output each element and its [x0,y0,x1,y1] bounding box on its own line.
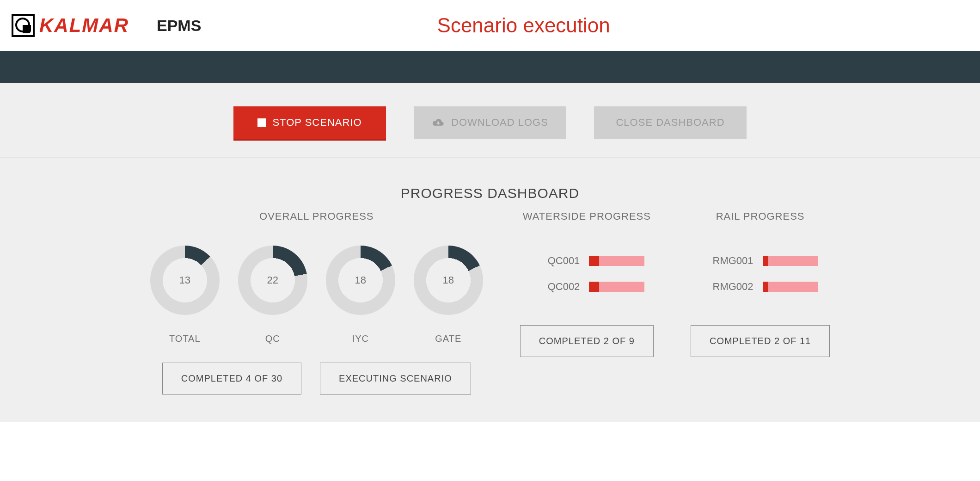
overall-executing-box: EXECUTING SCENARIO [320,363,471,395]
rail-bar-label-1: RMG002 [703,281,753,293]
donut-iyc: 18 IYC [326,246,395,344]
waterside-completed-box: COMPLETED 2 OF 9 [520,325,654,357]
header-separator-bar [0,51,980,83]
donut-total-value: 13 [179,274,190,286]
rail-progress-title: RAIL PROGRESS [716,210,805,222]
brand-logo-mark [12,14,35,37]
waterside-bar-0 [589,256,644,266]
donut-qc-label: QC [265,333,280,344]
close-dashboard-label: CLOSE DASHBOARD [616,117,724,129]
dashboard-panels: OVERALL PROGRESS 13 TOTAL 22 QC 18 [0,210,980,395]
overall-completed-box: COMPLETED 4 OF 30 [162,363,301,395]
app-header: KALMAR EPMS Scenario execution [0,0,980,51]
overall-progress-panel: OVERALL PROGRESS 13 TOTAL 22 QC 18 [150,210,483,395]
waterside-bar-row-1: QC002 [529,281,644,293]
dashboard-title: PROGRESS DASHBOARD [0,185,980,201]
rail-bar-label-0: RMG001 [703,255,753,267]
waterside-bar-label-1: QC002 [529,281,580,293]
rail-progress-panel: RAIL PROGRESS RMG001 RMG002 COMPLETED 2 … [691,210,830,357]
waterside-bar-label-0: QC001 [529,255,580,267]
waterside-bar-1 [589,282,644,292]
waterside-bar-fill-1 [589,282,599,292]
donut-total: 13 TOTAL [150,246,220,344]
brand-logo-text: KALMAR [39,14,129,37]
page-title: Scenario execution [201,14,966,37]
cloud-download-icon [432,118,445,127]
donut-gate-chart: 18 [414,246,483,315]
donut-total-chart: 13 [150,246,220,315]
overall-progress-title: OVERALL PROGRESS [259,210,374,222]
donut-total-label: TOTAL [169,333,201,344]
stop-icon [257,118,266,127]
brand-logo: KALMAR [12,14,129,37]
rail-bar-1 [763,282,818,292]
action-toolbar: STOP SCENARIO DOWNLOAD LOGS CLOSE DASHBO… [0,83,980,158]
rail-bar-0 [763,256,818,266]
donut-iyc-chart: 18 [326,246,395,315]
waterside-progress-title: WATERSIDE PROGRESS [523,210,651,222]
overall-donut-row: 13 TOTAL 22 QC 18 IYC [150,246,483,344]
close-dashboard-button[interactable]: CLOSE DASHBOARD [594,106,747,139]
waterside-bar-fill-0 [589,256,599,266]
donut-qc-value: 22 [267,274,278,286]
rail-bars: RMG001 RMG002 [703,255,818,293]
overall-status-row: COMPLETED 4 OF 30 EXECUTING SCENARIO [162,363,471,395]
donut-iyc-value: 18 [355,274,366,286]
donut-qc: 22 QC [238,246,307,344]
app-name: EPMS [157,17,201,35]
waterside-progress-panel: WATERSIDE PROGRESS QC001 QC002 COMPLETED… [520,210,654,357]
download-logs-button[interactable]: DOWNLOAD LOGS [414,106,566,139]
donut-qc-chart: 22 [238,246,307,315]
rail-completed-box: COMPLETED 2 OF 11 [691,325,830,357]
waterside-bar-row-0: QC001 [529,255,644,267]
waterside-bars: QC001 QC002 [529,255,644,293]
donut-iyc-label: IYC [352,333,369,344]
rail-bar-row-0: RMG001 [703,255,818,267]
stop-scenario-button[interactable]: STOP SCENARIO [233,106,386,139]
rail-bar-row-1: RMG002 [703,281,818,293]
rail-bar-fill-0 [763,256,768,266]
donut-gate-value: 18 [443,274,454,286]
main-content: STOP SCENARIO DOWNLOAD LOGS CLOSE DASHBO… [0,83,980,422]
donut-gate: 18 GATE [414,246,483,344]
rail-bar-fill-1 [763,282,768,292]
donut-gate-label: GATE [435,333,461,344]
stop-scenario-label: STOP SCENARIO [272,117,361,129]
download-logs-label: DOWNLOAD LOGS [451,117,548,129]
